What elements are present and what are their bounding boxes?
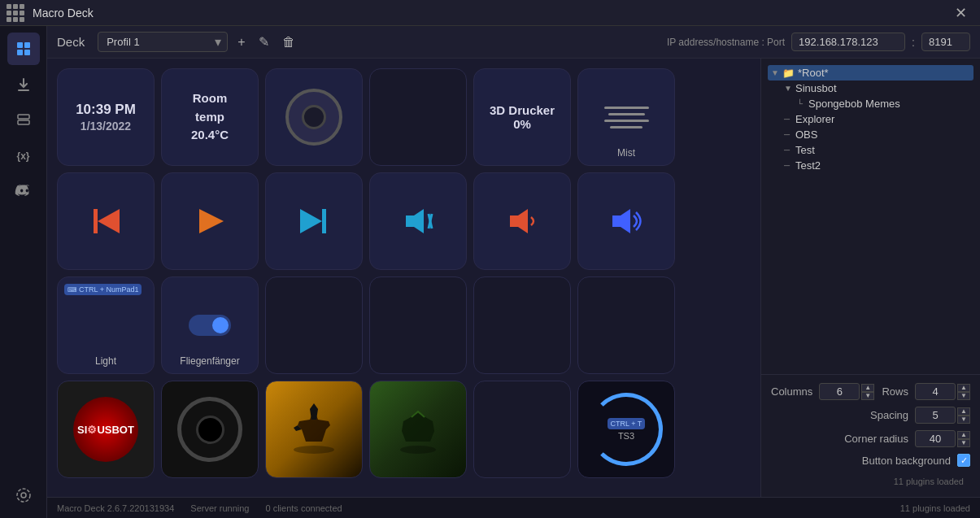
- deck-button-skip-fwd[interactable]: [265, 172, 363, 270]
- titlebar: Macro Deck ✕: [0, 0, 980, 26]
- tree-item-explorer[interactable]: ─ Explorer: [781, 111, 973, 127]
- svg-rect-3: [24, 50, 30, 55]
- deck-button-obs[interactable]: [265, 68, 363, 166]
- deck-button-light[interactable]: ⌨ CTRL + NumPad1 Light: [57, 276, 155, 374]
- vol-up-icon: [606, 201, 647, 242]
- delete-profile-button[interactable]: 🗑: [279, 32, 298, 53]
- profile-select[interactable]: Profil 1: [98, 32, 228, 52]
- spacing-input-wrapper: ▲ ▼: [915, 407, 970, 424]
- deck-button-play[interactable]: [161, 172, 259, 270]
- tree-root-children: ▼ Sinusbot └ Spongebob Memes ─ Explorer: [768, 81, 973, 173]
- rows-input[interactable]: [915, 383, 956, 400]
- deck-button-3d-drucker[interactable]: 3D Drucker0%: [473, 68, 571, 166]
- expand-explorer-icon: ─: [784, 115, 795, 124]
- tree-item-test2[interactable]: ─ Test2: [781, 158, 973, 173]
- topbar: Deck Profil 1 + ✎ 🗑 IP address/hostname …: [47, 26, 980, 59]
- deck-button-empty-5[interactable]: [577, 276, 675, 374]
- obs2-logo: [177, 397, 242, 462]
- corner-down-button[interactable]: ▼: [957, 439, 970, 447]
- light-label: Light: [95, 355, 116, 367]
- tree-item-obs[interactable]: ─ OBS: [781, 127, 973, 142]
- close-button[interactable]: ✕: [948, 4, 973, 22]
- deck-button-fliegenfanger[interactable]: Fliegenfänger: [161, 276, 259, 374]
- deck-button-ts3[interactable]: CTRL + T TS3: [577, 381, 675, 478]
- tree-test-label: Test: [795, 144, 815, 156]
- deck-button-temp[interactable]: Roomtemp20.4°C: [161, 68, 259, 166]
- columns-down-button[interactable]: ▼: [861, 392, 874, 400]
- rows-label: Rows: [882, 385, 908, 398]
- bg-checkbox[interactable]: [957, 454, 970, 467]
- deck-button-empty-2[interactable]: [265, 276, 363, 374]
- mist-label: Mist: [617, 147, 635, 159]
- tree-item-root[interactable]: ▼ 📁 *Root*: [768, 65, 973, 81]
- profile-selector[interactable]: Profil 1: [98, 32, 228, 52]
- edit-profile-button[interactable]: ✎: [255, 31, 272, 53]
- svg-marker-12: [322, 209, 326, 233]
- deck-button-skip-back[interactable]: [57, 172, 155, 270]
- deck-button-obs2[interactable]: [161, 381, 259, 478]
- version-label: Macro Deck 2.6.7.220131934: [57, 503, 174, 513]
- ip-input[interactable]: [791, 33, 905, 51]
- spacing-up-button[interactable]: ▲: [957, 407, 970, 416]
- sidebar-item-variable[interactable]: {x}: [7, 140, 40, 172]
- corner-up-button[interactable]: ▲: [957, 431, 970, 439]
- deck-button-empty-4[interactable]: [473, 276, 571, 374]
- add-profile-button[interactable]: +: [234, 32, 248, 53]
- sidebar-item-layers[interactable]: [7, 104, 40, 137]
- deck-button-empty-6[interactable]: [473, 381, 571, 478]
- plugins-count: 11 plugins loaded: [900, 503, 970, 513]
- mist-icon: [604, 107, 649, 128]
- sidebar-item-discord[interactable]: [7, 176, 40, 208]
- deck-button-empty-3[interactable]: [369, 276, 467, 374]
- app-icon: [7, 4, 24, 22]
- temp-text: Roomtemp20.4°C: [191, 89, 229, 145]
- sinusbot-logo: SI⚙USBOT: [73, 397, 138, 462]
- deck-button-empty-1[interactable]: [369, 68, 467, 166]
- columns-input[interactable]: [819, 383, 860, 400]
- tree-item-spongebob[interactable]: └ Spongebob Memes: [794, 96, 973, 111]
- tree-sinusbot-children: └ Spongebob Memes: [781, 96, 973, 111]
- bg-label: Button background: [771, 455, 951, 467]
- app-title: Macro Deck: [33, 7, 948, 20]
- skip-fwd-icon: [294, 201, 334, 242]
- svg-rect-0: [17, 42, 23, 48]
- sidebar-item-settings[interactable]: [7, 479, 40, 511]
- corner-row: Corner radius ▲ ▼: [771, 430, 970, 447]
- svg-marker-9: [94, 209, 98, 233]
- rows-down-button[interactable]: ▼: [957, 392, 970, 400]
- svg-point-20: [400, 446, 436, 454]
- deck-button-vol-down[interactable]: [473, 172, 571, 270]
- sidebar-item-grid[interactable]: [7, 33, 40, 65]
- deck-button-mist[interactable]: Mist: [577, 68, 675, 166]
- deck-button-game[interactable]: [369, 381, 467, 478]
- deck-button-cs[interactable]: [265, 381, 363, 478]
- tree-item-sinusbot[interactable]: ▼ Sinusbot: [781, 81, 973, 96]
- expand-spongebob-icon: └: [797, 99, 808, 108]
- deck-button-vol-up[interactable]: [577, 172, 675, 270]
- svg-marker-18: [612, 209, 630, 233]
- corner-input[interactable]: [915, 430, 956, 447]
- rows-up-button[interactable]: ▲: [957, 384, 970, 392]
- corner-spinners: ▲ ▼: [957, 431, 970, 447]
- expand-test2-icon: ─: [784, 161, 795, 170]
- svg-rect-1: [24, 42, 30, 48]
- spacing-down-button[interactable]: ▼: [957, 416, 970, 424]
- plugins-status: 11 plugins loaded: [771, 473, 970, 489]
- deck-button-sinusbot[interactable]: SI⚙USBOT: [57, 381, 155, 478]
- right-panel: ▼ 📁 *Root* ▼ Sinusbot └ Spongebob Meme: [760, 59, 980, 497]
- ts3-content: CTRL + T TS3: [608, 418, 646, 441]
- time-text: 10:39 PM: [76, 101, 136, 119]
- deck-button-mute[interactable]: [369, 172, 467, 270]
- rows-input-wrapper: ▲ ▼: [915, 383, 970, 400]
- tree-item-test[interactable]: ─ Test: [781, 142, 973, 158]
- sidebar-item-download[interactable]: [7, 68, 40, 101]
- rows-spinners: ▲ ▼: [957, 384, 970, 400]
- light-badge: ⌨ CTRL + NumPad1: [64, 284, 142, 295]
- spacing-input[interactable]: [915, 407, 956, 424]
- port-input[interactable]: [921, 33, 970, 51]
- colon-separator: :: [912, 36, 915, 49]
- deck-button-time[interactable]: 10:39 PM 1/13/2022: [57, 68, 155, 166]
- sidebar: {x}: [0, 26, 47, 518]
- columns-up-button[interactable]: ▲: [861, 384, 874, 392]
- columns-spinners: ▲ ▼: [861, 384, 874, 400]
